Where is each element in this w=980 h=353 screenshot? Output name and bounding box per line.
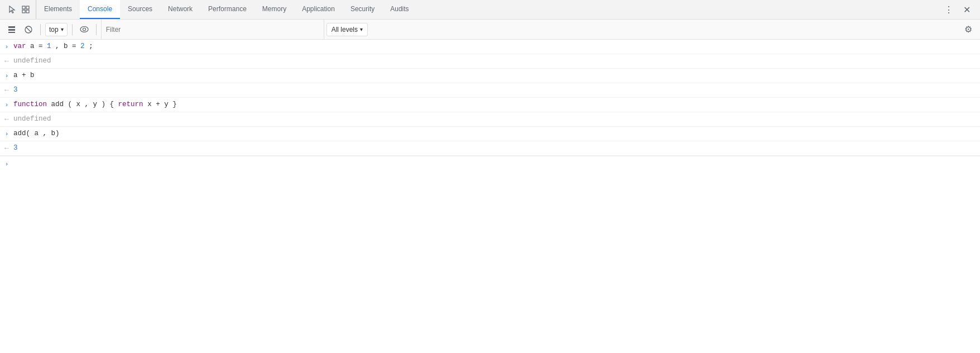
settings-icon[interactable]: ⚙	[961, 22, 976, 37]
tab-console[interactable]: Console	[80, 0, 120, 19]
context-selector[interactable]: top ▾	[45, 23, 68, 36]
console-output: › var a = 1 , b = 2 ; ← undefined › a + …	[0, 40, 980, 171]
console-prompt-line[interactable]: ›	[0, 156, 980, 171]
svg-rect-4	[8, 26, 15, 28]
tab-audits[interactable]: Audits	[382, 0, 416, 19]
show-drawer-icon[interactable]	[4, 22, 19, 37]
input-chevron-icon: ›	[0, 128, 13, 139]
tab-memory[interactable]: Memory	[254, 0, 294, 19]
console-line: ← 3	[0, 83, 980, 98]
more-options-icon[interactable]: ⋮	[942, 3, 955, 16]
devtools-icons	[2, 0, 36, 19]
cursor-icon[interactable]	[7, 4, 18, 15]
return-arrow-icon: ←	[0, 56, 13, 66]
console-line: ← undefined	[0, 112, 980, 127]
line-content: 3	[13, 143, 980, 153]
console-line: › var a = 1 , b = 2 ;	[0, 40, 980, 54]
close-devtools-icon[interactable]: ✕	[960, 3, 973, 16]
console-line: › add( a , b)	[0, 127, 980, 141]
console-line: › a + b	[0, 69, 980, 83]
tab-performance[interactable]: Performance	[200, 0, 254, 19]
chevron-down-icon: ▾	[61, 26, 64, 32]
input-chevron-icon: ›	[0, 99, 13, 110]
inspect-icon[interactable]	[20, 4, 31, 15]
svg-rect-0	[22, 6, 25, 9]
return-arrow-icon: ←	[0, 114, 13, 125]
toolbar-divider-2	[72, 24, 73, 35]
filter-input-wrap	[101, 20, 324, 39]
tabs-list: Elements Console Sources Network Perform…	[36, 0, 938, 19]
svg-rect-3	[26, 10, 29, 13]
svg-point-10	[83, 28, 85, 31]
return-arrow-icon: ←	[0, 85, 13, 96]
tab-network[interactable]: Network	[160, 0, 200, 19]
line-content: a + b	[13, 70, 980, 80]
eye-icon[interactable]	[77, 22, 92, 37]
console-toolbar: top ▾ All levels ▾ ⚙	[0, 20, 980, 40]
return-arrow-icon: ←	[0, 143, 13, 154]
svg-rect-2	[22, 10, 25, 13]
line-content: 3	[13, 85, 980, 95]
filter-input[interactable]	[106, 26, 319, 34]
input-chevron-icon: ›	[0, 41, 13, 52]
tab-sources[interactable]: Sources	[120, 0, 160, 19]
console-line: ← undefined	[0, 54, 980, 69]
line-content: undefined	[13, 114, 980, 124]
input-chevron-icon: ›	[0, 70, 13, 81]
tab-bar: Elements Console Sources Network Perform…	[0, 0, 980, 20]
console-line: › function add ( x , y ) { return x + y …	[0, 98, 980, 112]
line-content: function add ( x , y ) { return x + y }	[13, 99, 980, 109]
svg-point-9	[80, 27, 88, 32]
line-content: undefined	[13, 56, 980, 66]
tab-bar-end: ⋮ ✕	[938, 3, 978, 16]
svg-rect-1	[26, 6, 29, 9]
console-line: ← 3	[0, 141, 980, 156]
tab-application[interactable]: Application	[294, 0, 343, 19]
toolbar-divider	[40, 24, 41, 35]
levels-selector[interactable]: All levels ▾	[326, 23, 368, 36]
svg-line-8	[26, 27, 31, 32]
line-content: var a = 1 , b = 2 ;	[13, 41, 980, 51]
tab-elements[interactable]: Elements	[36, 0, 80, 19]
toolbar-divider-3	[96, 24, 97, 35]
line-content: add( a , b)	[13, 128, 980, 139]
keyword-var: var	[13, 42, 30, 50]
console-input[interactable]	[13, 159, 980, 169]
svg-rect-5	[8, 29, 15, 31]
svg-rect-6	[8, 32, 15, 33]
clear-console-icon[interactable]	[21, 22, 36, 37]
prompt-chevron-icon: ›	[0, 159, 13, 169]
tab-security[interactable]: Security	[343, 0, 382, 19]
levels-chevron-icon: ▾	[360, 26, 363, 32]
